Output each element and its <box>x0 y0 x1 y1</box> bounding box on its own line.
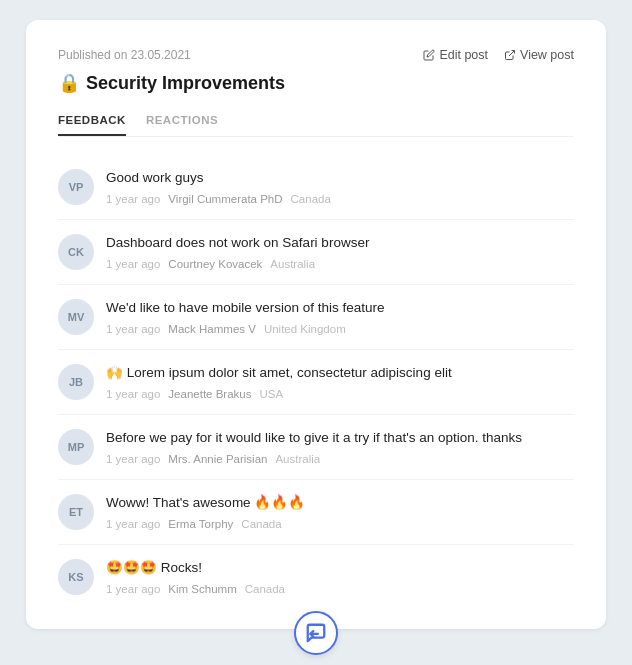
svg-line-0 <box>509 51 515 57</box>
feedback-meta: 1 year ago Virgil Cummerata PhD Canada <box>106 193 574 205</box>
feedback-author: Erma Torphy <box>168 518 233 530</box>
feedback-time: 1 year ago <box>106 323 160 335</box>
feedback-author: Mrs. Annie Parisian <box>168 453 267 465</box>
action-buttons: Edit post View post <box>423 48 574 62</box>
feedback-item: JB 🙌 Lorem ipsum dolor sit amet, consect… <box>58 350 574 415</box>
feedback-author: Virgil Cummerata PhD <box>168 193 282 205</box>
post-title: 🔒 Security Improvements <box>58 72 574 94</box>
feedback-text: Before we pay for it would like to give … <box>106 429 574 448</box>
feedback-meta: 1 year ago Erma Torphy Canada <box>106 518 574 530</box>
feedback-country: Australia <box>270 258 315 270</box>
feedback-country: Australia <box>275 453 320 465</box>
feedback-time: 1 year ago <box>106 453 160 465</box>
feedback-content: 🤩🤩🤩 Rocks! 1 year ago Kim Schumm Canada <box>106 559 574 595</box>
feedback-author: Mack Hammes V <box>168 323 256 335</box>
avatar: MV <box>58 299 94 335</box>
feedback-text: 🙌 Lorem ipsum dolor sit amet, consectetu… <box>106 364 574 383</box>
feedback-time: 1 year ago <box>106 583 160 595</box>
avatar: MP <box>58 429 94 465</box>
feedback-item: KS 🤩🤩🤩 Rocks! 1 year ago Kim Schumm Cana… <box>58 545 574 609</box>
feedback-country: United Kingdom <box>264 323 346 335</box>
published-date: Published on 23.05.2021 <box>58 48 191 62</box>
feedback-meta: 1 year ago Jeanette Brakus USA <box>106 388 574 400</box>
feedback-text: We'd like to have mobile version of this… <box>106 299 574 318</box>
title-text: Security Improvements <box>86 73 285 94</box>
feedback-item: ET Woww! That's awesome 🔥🔥🔥 1 year ago E… <box>58 480 574 545</box>
tabs: FEEDBACK REACTIONS <box>58 114 574 137</box>
external-link-icon <box>504 49 516 61</box>
edit-icon <box>423 49 435 61</box>
feedback-content: Before we pay for it would like to give … <box>106 429 574 465</box>
feedback-text: Woww! That's awesome 🔥🔥🔥 <box>106 494 574 513</box>
feedback-text: Dashboard does not work on Safari browse… <box>106 234 574 253</box>
feedback-list: VP Good work guys 1 year ago Virgil Cumm… <box>58 155 574 609</box>
feedback-country: Canada <box>245 583 285 595</box>
feedback-content: 🙌 Lorem ipsum dolor sit amet, consectetu… <box>106 364 574 400</box>
feedback-text: Good work guys <box>106 169 574 188</box>
tab-reactions[interactable]: REACTIONS <box>146 114 218 136</box>
feedback-content: Woww! That's awesome 🔥🔥🔥 1 year ago Erma… <box>106 494 574 530</box>
feedback-country: Canada <box>291 193 331 205</box>
avatar: KS <box>58 559 94 595</box>
main-card: Published on 23.05.2021 Edit post View p… <box>26 20 606 629</box>
feedback-time: 1 year ago <box>106 258 160 270</box>
avatar: ET <box>58 494 94 530</box>
feedback-time: 1 year ago <box>106 388 160 400</box>
feedback-text: 🤩🤩🤩 Rocks! <box>106 559 574 578</box>
view-post-button[interactable]: View post <box>504 48 574 62</box>
tab-feedback[interactable]: FEEDBACK <box>58 114 126 136</box>
feedback-meta: 1 year ago Kim Schumm Canada <box>106 583 574 595</box>
feedback-author: Jeanette Brakus <box>168 388 251 400</box>
feedback-content: Good work guys 1 year ago Virgil Cummera… <box>106 169 574 205</box>
meta-row: Published on 23.05.2021 Edit post View p… <box>58 48 574 62</box>
avatar: CK <box>58 234 94 270</box>
feedback-meta: 1 year ago Mack Hammes V United Kingdom <box>106 323 574 335</box>
back-button[interactable] <box>294 611 338 655</box>
feedback-author: Courtney Kovacek <box>168 258 262 270</box>
feedback-time: 1 year ago <box>106 518 160 530</box>
feedback-meta: 1 year ago Mrs. Annie Parisian Australia <box>106 453 574 465</box>
avatar: JB <box>58 364 94 400</box>
feedback-item: MP Before we pay for it would like to gi… <box>58 415 574 480</box>
feedback-country: USA <box>259 388 283 400</box>
feedback-author: Kim Schumm <box>168 583 236 595</box>
feedback-meta: 1 year ago Courtney Kovacek Australia <box>106 258 574 270</box>
feedback-content: Dashboard does not work on Safari browse… <box>106 234 574 270</box>
feedback-item: VP Good work guys 1 year ago Virgil Cumm… <box>58 155 574 220</box>
edit-post-button[interactable]: Edit post <box>423 48 488 62</box>
avatar: VP <box>58 169 94 205</box>
feedback-content: We'd like to have mobile version of this… <box>106 299 574 335</box>
feedback-country: Canada <box>241 518 281 530</box>
feedback-item: CK Dashboard does not work on Safari bro… <box>58 220 574 285</box>
back-arrow-icon <box>305 622 327 644</box>
title-emoji: 🔒 <box>58 72 80 94</box>
feedback-item: MV We'd like to have mobile version of t… <box>58 285 574 350</box>
feedback-time: 1 year ago <box>106 193 160 205</box>
